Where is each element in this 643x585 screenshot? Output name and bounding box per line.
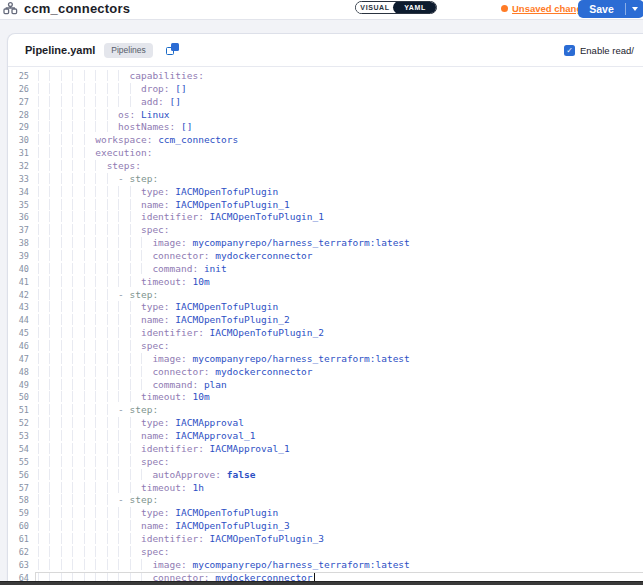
yaml-line[interactable]: 53 name: IACMApproval_1 [8, 430, 643, 443]
yaml-line[interactable]: 41 timeout: 10m [8, 276, 643, 289]
yaml-line[interactable]: 60 name: IACMOpenTofuPlugin_3 [8, 520, 643, 533]
bottom-edge-bar [0, 581, 643, 585]
yaml-line[interactable]: 61 identifier: IACMOpenTofuPlugin_3 [8, 533, 643, 546]
line-number: 63 [8, 559, 29, 572]
yaml-line[interactable]: 30 workspace: ccm_connectors [8, 134, 643, 147]
yaml-code: identifier: IACMOpenTofuPlugin_3 [38, 533, 324, 546]
yaml-line[interactable]: 25 capabilities: [8, 70, 643, 83]
line-number: 45 [8, 327, 29, 340]
yaml-line[interactable]: 59 type: IACMOpenTofuPlugin [8, 507, 643, 520]
line-number: 25 [8, 70, 29, 83]
yaml-line[interactable]: 58 - step: [8, 494, 643, 507]
yaml-code: name: IACMApproval_1 [38, 430, 255, 443]
yaml-code: - step: [38, 494, 158, 507]
yaml-code: connector: mydockerconnector [38, 366, 313, 379]
yaml-line[interactable]: 57 timeout: 1h [8, 482, 643, 495]
save-options-chevron[interactable] [626, 7, 643, 11]
line-number: 51 [8, 404, 29, 417]
yaml-line[interactable]: 49 command: plan [8, 379, 643, 392]
line-number: 40 [8, 263, 29, 276]
line-number: 53 [8, 430, 29, 443]
yaml-line[interactable]: 48 connector: mydockerconnector [8, 366, 643, 379]
line-number: 44 [8, 314, 29, 327]
yaml-code: name: IACMOpenTofuPlugin_2 [38, 314, 290, 327]
yaml-line[interactable]: 63 image: mycompanyrepo/harness_terrafor… [8, 559, 643, 572]
yaml-code: connector: mydockerconnector [38, 250, 313, 263]
line-number: 47 [8, 353, 29, 366]
yaml-code: name: IACMOpenTofuPlugin_3 [38, 520, 290, 533]
yaml-line[interactable]: 33 - step: [8, 173, 643, 186]
line-number: 33 [8, 173, 29, 186]
yaml-code: spec: [38, 340, 170, 353]
line-number: 26 [8, 83, 29, 96]
yaml-code: drop: [] [38, 83, 187, 96]
pipeline-icon [3, 2, 18, 15]
yaml-code: type: IACMOpenTofuPlugin [38, 507, 278, 520]
yaml-line[interactable]: 45 identifier: IACMOpenTofuPlugin_2 [8, 327, 643, 340]
line-number: 58 [8, 494, 29, 507]
line-number: 48 [8, 366, 29, 379]
save-button[interactable]: Save [578, 0, 643, 18]
line-number: 30 [8, 134, 29, 147]
yaml-line[interactable]: 62 spec: [8, 546, 643, 559]
yaml-line[interactable]: 39 connector: mydockerconnector [8, 250, 643, 263]
yaml-code: command: init [38, 263, 227, 276]
readwrite-label: Enable read/ [580, 45, 634, 56]
yaml-code: type: IACMOpenTofuPlugin [38, 186, 278, 199]
line-number: 60 [8, 520, 29, 533]
line-number: 46 [8, 340, 29, 353]
yaml-line[interactable]: 37 spec: [8, 224, 643, 237]
yaml-line[interactable]: 52 type: IACMApproval [8, 417, 643, 430]
yaml-line[interactable]: 55 spec: [8, 456, 643, 469]
line-number: 35 [8, 199, 29, 212]
yaml-line[interactable]: 32 steps: [8, 160, 643, 173]
yaml-code: identifier: IACMOpenTofuPlugin_2 [38, 327, 324, 340]
line-number: 38 [8, 237, 29, 250]
yaml-line[interactable]: 40 command: init [8, 263, 643, 276]
yaml-code: spec: [38, 456, 170, 469]
yaml-line[interactable]: 34 type: IACMOpenTofuPlugin [8, 186, 643, 199]
yaml-line[interactable]: 31 execution: [8, 147, 643, 160]
yaml-line[interactable]: 29 hostNames: [] [8, 121, 643, 134]
yaml-line[interactable]: 28 os: Linux [8, 109, 643, 122]
yaml-code: timeout: 10m [38, 391, 210, 404]
yaml-line[interactable]: 26 drop: [] [8, 83, 643, 96]
yaml-line[interactable]: 36 identifier: IACMOpenTofuPlugin_1 [8, 211, 643, 224]
yaml-line[interactable]: 51 - step: [8, 404, 643, 417]
yaml-line[interactable]: 35 name: IACMOpenTofuPlugin_1 [8, 199, 643, 212]
yaml-code: identifier: IACMOpenTofuPlugin_1 [38, 211, 324, 224]
line-number: 41 [8, 276, 29, 289]
yaml-line[interactable]: 47 image: mycompanyrepo/harness_terrafor… [8, 353, 643, 366]
line-number: 39 [8, 250, 29, 263]
page-title: ccm_connectors [24, 1, 130, 16]
yaml-code: timeout: 10m [38, 276, 210, 289]
yaml-line[interactable]: 56 autoApprove: false [8, 469, 643, 482]
readwrite-checkbox[interactable]: ✓ [564, 45, 575, 56]
yaml-code: identifier: IACMApproval_1 [38, 443, 290, 456]
line-number: 54 [8, 443, 29, 456]
yaml-line[interactable]: 38 image: mycompanyrepo/harness_terrafor… [8, 237, 643, 250]
line-number: 59 [8, 507, 29, 520]
yaml-code: capabilities: [38, 70, 204, 83]
line-number: 27 [8, 96, 29, 109]
yaml-code: timeout: 1h [38, 482, 204, 495]
yaml-line[interactable]: 46 spec: [8, 340, 643, 353]
line-number: 55 [8, 456, 29, 469]
toggle-yaml[interactable]: YAML [393, 1, 437, 14]
yaml-editor-card: Pipeline.yaml Pipelines ✓ Enable read/ 2… [7, 33, 643, 585]
yaml-line[interactable]: 44 name: IACMOpenTofuPlugin_2 [8, 314, 643, 327]
yaml-line[interactable]: 50 timeout: 10m [8, 391, 643, 404]
yaml-code: - step: [38, 404, 158, 417]
line-number: 37 [8, 224, 29, 237]
yaml-editor[interactable]: 25 capabilities:26 drop: []27 add: []28 … [8, 68, 643, 585]
toggle-visual[interactable]: VISUAL [356, 2, 394, 13]
line-number: 52 [8, 417, 29, 430]
copy-icon[interactable] [166, 43, 180, 57]
yaml-code: - step: [38, 173, 158, 186]
yaml-line[interactable]: 54 identifier: IACMApproval_1 [8, 443, 643, 456]
yaml-line[interactable]: 43 type: IACMOpenTofuPlugin [8, 301, 643, 314]
yaml-line[interactable]: 27 add: [] [8, 96, 643, 109]
chevron-down-icon [632, 7, 638, 11]
yaml-code: image: mycompanyrepo/harness_terraform:l… [38, 353, 410, 366]
yaml-line[interactable]: 42 - step: [8, 289, 643, 302]
